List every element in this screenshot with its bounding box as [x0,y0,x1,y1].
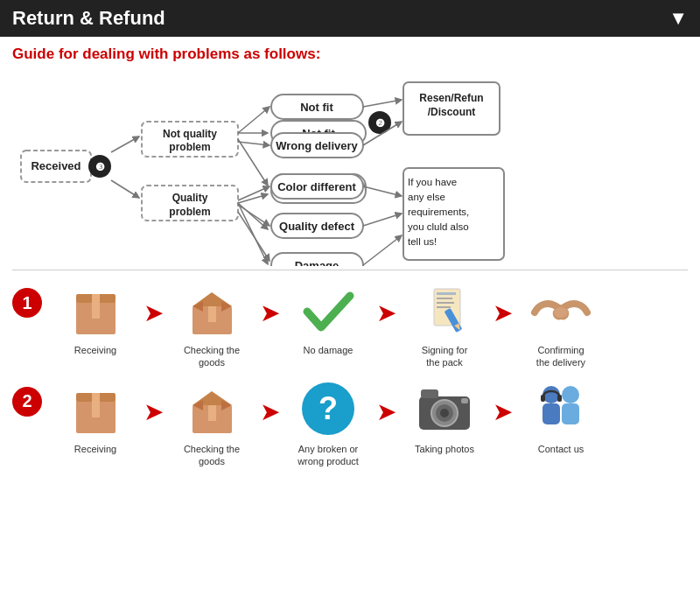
step-1-receiving: Receiving [47,279,144,356]
pencil-icon [410,279,480,340]
step-1-checking-label: Checking thegoods [184,344,240,369]
svg-rect-80 [421,389,438,398]
step-2-arrow-3: ➤ [376,397,396,426]
step-1-confirming: Confirmingthe delivery [513,279,609,369]
header-arrow: ▼ [668,7,688,30]
step-2-arrow-2: ➤ [260,397,280,426]
step-2-question-label: Any broken orwrong product [298,443,359,468]
step-arrow-1: ➤ [144,298,164,327]
svg-rect-56 [92,301,100,319]
svg-line-5 [111,180,139,198]
svg-rect-61 [208,306,216,322]
svg-line-44 [363,186,402,196]
svg-rect-90 [562,403,579,424]
svg-rect-73 [92,400,100,417]
step-1-receiving-label: Receiving [74,344,116,356]
box-open-icon [177,279,247,340]
svg-line-45 [363,214,402,226]
svg-text:❷: ❷ [375,117,385,130]
page-header: Return & Refund ▼ [0,0,700,37]
step-arrow-2: ➤ [260,298,280,327]
step-2-camera: Taking photos [396,378,493,455]
svg-rect-66 [437,306,451,308]
step-2-receiving: Receiving [47,378,144,455]
svg-text:Color different: Color different [277,180,356,193]
svg-rect-84 [461,398,468,403]
svg-rect-86 [542,403,560,424]
step-2-checking: Checking thegoods [164,378,260,468]
step-1-nodamage-label: No damage [304,344,354,356]
svg-text:you cluld also: you cluld also [408,221,469,232]
step-2-receiving-label: Receiving [74,443,116,455]
step-1-signing-label: Signing forthe pack [422,344,468,369]
main-content: Guide for dealing with problems as follo… [0,37,700,485]
svg-rect-65 [437,302,454,304]
svg-text:Received: Received [31,159,80,172]
svg-line-35 [238,205,270,226]
svg-text:If you have: If you have [408,177,457,187]
step-1-checking: Checking thegoods [164,279,260,369]
svg-rect-63 [437,292,456,295]
svg-text:Quality defect: Quality defect [279,220,355,233]
step-1-badge: 1 [12,288,42,318]
svg-text:Not quality: Not quality [163,128,217,140]
svg-line-32 [238,107,270,133]
step-2-checking-label: Checking thegoods [184,443,240,468]
svg-line-39 [363,100,402,107]
svg-line-15 [238,203,268,264]
step-2-arrow-1: ➤ [144,397,164,426]
svg-line-36 [238,212,270,261]
svg-text:problem: problem [169,141,210,153]
svg-text:Quality: Quality [172,192,208,204]
checkmark-icon [293,279,363,340]
svg-point-85 [542,386,560,403]
svg-text:problem: problem [169,206,210,218]
step-arrow-4: ➤ [493,298,513,327]
header-title: Return & Refund [12,7,165,30]
svg-text:Damage: Damage [295,259,340,266]
svg-point-89 [562,386,579,403]
step-1-row: 1 Receiving ➤ [12,279,688,369]
flowchart: Received ❸ Not quality problem Quality p… [12,74,688,266]
agent-icon [526,378,596,439]
svg-line-33 [238,142,270,145]
svg-line-4 [111,137,139,152]
step-1-signing: Signing forthe pack [396,279,493,369]
divider [12,270,688,270]
svg-text:/Discount: /Discount [428,106,476,118]
step-2-contact: Contact us [513,378,609,455]
question-icon: ? [293,378,363,439]
svg-text:❸: ❸ [95,161,105,173]
svg-line-46 [363,235,402,265]
svg-text:tell us!: tell us! [408,236,437,247]
step-2-items: Receiving ➤ Checking thegoods ➤ [47,378,688,468]
step-2-camera-label: Taking photos [415,443,474,455]
box-closed-icon [60,279,130,340]
camera-icon [410,378,480,439]
svg-point-83 [440,409,449,417]
step-2-badge: 2 [12,387,42,417]
svg-point-69 [554,307,568,318]
svg-rect-87 [541,395,545,402]
step-2-row: 2 Receiving ➤ [12,378,688,468]
step-1-nodamage: No damage [280,279,376,356]
step-2-contact-label: Contact us [538,443,584,455]
svg-text:Wrong delivery: Wrong delivery [276,139,358,152]
svg-rect-88 [557,395,562,402]
svg-text:Not fit: Not fit [300,101,333,114]
box-open-2-icon [177,378,247,439]
step-2-arrow-4: ➤ [493,397,513,426]
svg-text:any else: any else [408,192,445,202]
step-arrow-3: ➤ [376,298,396,327]
handshake-icon [526,279,596,340]
step-1-items: Receiving ➤ Checking thegoods ➤ [47,279,688,369]
step-1-confirming-label: Confirmingthe delivery [536,344,585,369]
svg-rect-78 [208,405,216,421]
step-2-question: ? Any broken orwrong product [280,378,376,468]
svg-rect-64 [437,298,452,299]
svg-text:requirements,: requirements, [408,207,469,217]
guide-title: Guide for dealing with problems as follo… [12,46,688,63]
box-closed-2-icon [60,378,130,439]
svg-text:Resen/Refun: Resen/Refun [419,92,483,104]
svg-line-13 [238,139,268,186]
